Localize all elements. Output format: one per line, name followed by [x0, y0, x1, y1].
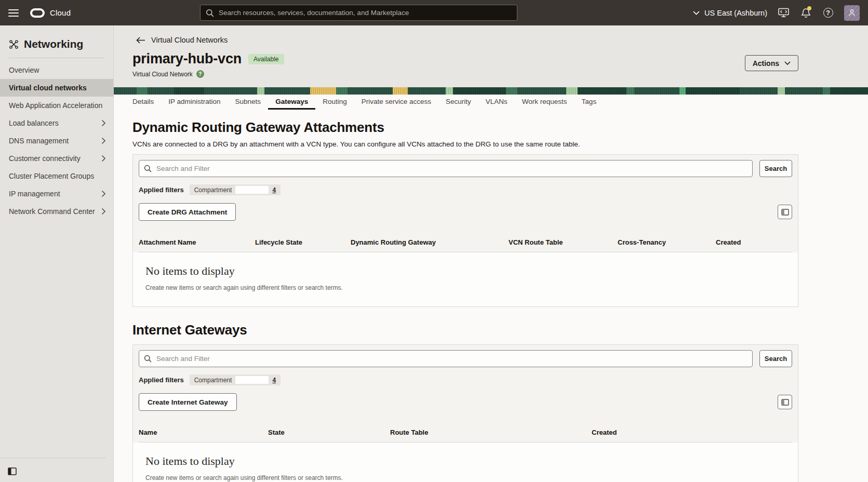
- sidebar-item-load-balancers[interactable]: Load balancers: [0, 114, 113, 132]
- back-link[interactable]: Virtual Cloud Networks: [136, 36, 798, 44]
- column-header-created[interactable]: Created: [592, 429, 792, 436]
- user-avatar[interactable]: [844, 5, 860, 21]
- search-filter-field: [139, 160, 753, 177]
- help-tooltip-icon[interactable]: ?: [196, 70, 204, 78]
- table-header-row: Attachment NameLifecycle StateDynamic Ro…: [139, 234, 792, 252]
- divider: [9, 58, 104, 58]
- sidebar-item-label: IP management: [9, 190, 60, 198]
- empty-state-hint: Create new items or search again using d…: [145, 284, 785, 291]
- search-button[interactable]: Search: [759, 350, 792, 367]
- compartment-filter-chip[interactable]: Compartment 4: [190, 184, 281, 195]
- sidebar-item-network-command-center[interactable]: Network Command Center: [0, 203, 113, 220]
- chevron-right-icon: [101, 190, 106, 197]
- manage-columns-button[interactable]: [778, 205, 792, 219]
- sidebar-item-label: DNS management: [9, 137, 69, 145]
- empty-state: No items to display Create new items or …: [133, 252, 798, 306]
- applied-filters-label: Applied filters: [139, 376, 184, 384]
- sidebar-item-label: Cluster Placement Groups: [9, 172, 94, 180]
- compartment-filter-chip[interactable]: Compartment 4: [190, 374, 281, 385]
- tab-subnets[interactable]: Subnets: [228, 95, 269, 110]
- help-icon[interactable]: ?: [822, 7, 834, 19]
- sidebar-item-customer-connectivity[interactable]: Customer connectivity: [0, 150, 113, 167]
- section-description: VCNs are connected to a DRG by an attach…: [132, 140, 798, 148]
- section-title: Internet Gateways: [132, 322, 798, 338]
- tab-private-service-access[interactable]: Private service access: [354, 95, 438, 110]
- column-header-route-table[interactable]: Route Table: [390, 429, 592, 436]
- column-header-created[interactable]: Created: [716, 238, 792, 246]
- column-header-state[interactable]: State: [268, 429, 390, 436]
- search-filter-input[interactable]: [139, 160, 753, 177]
- tab-work-requests[interactable]: Work requests: [515, 95, 575, 110]
- back-arrow-icon: [136, 37, 145, 44]
- brand-name: Cloud: [50, 8, 71, 17]
- topbar: Cloud US East (Ashburn) ?: [0, 0, 868, 25]
- tab-security[interactable]: Security: [438, 95, 478, 110]
- filter-chip-value-suffix[interactable]: 4: [272, 186, 276, 194]
- create-internet-gateway-button[interactable]: Create Internet Gateway: [139, 393, 237, 411]
- page-title: primary-hub-vcn: [132, 51, 242, 67]
- empty-state: No items to display Create new items or …: [133, 443, 798, 482]
- region-selector[interactable]: US East (Ashburn): [693, 9, 767, 17]
- tab-vlans[interactable]: VLANs: [478, 95, 515, 110]
- search-filter-field: [139, 350, 753, 367]
- tab-routing[interactable]: Routing: [315, 95, 354, 110]
- column-header-cross-tenancy[interactable]: Cross-Tenancy: [618, 238, 716, 246]
- chevron-right-icon: [101, 155, 106, 162]
- section-drg-attachments: Dynamic Routing Gateway Attachments VCNs…: [132, 119, 798, 307]
- hamburger-menu-icon[interactable]: [8, 9, 19, 17]
- sidebar-item-web-application-acceleration[interactable]: Web Application Acceleration: [0, 97, 113, 114]
- sidebar-item-dns-management[interactable]: DNS management: [0, 132, 113, 150]
- actions-button[interactable]: Actions: [745, 55, 798, 71]
- chevron-right-icon: [101, 119, 106, 127]
- sidebar-item-cluster-placement-groups[interactable]: Cluster Placement Groups: [0, 167, 113, 185]
- table-columns-icon: [781, 399, 789, 406]
- global-search[interactable]: [200, 5, 517, 21]
- person-icon: [848, 9, 856, 17]
- column-header-lifecycle-state[interactable]: Lifecycle State: [255, 238, 351, 246]
- sidebar-item-label: Network Command Center: [9, 207, 95, 216]
- tab-details[interactable]: Details: [125, 95, 161, 110]
- region-label: US East (Ashburn): [704, 9, 767, 17]
- search-filter-input[interactable]: [139, 350, 753, 367]
- chevron-down-icon: [693, 11, 700, 15]
- search-icon: [206, 9, 214, 17]
- oracle-logo-icon: [30, 8, 45, 18]
- sidebar-item-label: Load balancers: [9, 119, 59, 127]
- column-header-attachment-name[interactable]: Attachment Name: [139, 238, 255, 246]
- applied-filters-label: Applied filters: [139, 186, 184, 194]
- sidebar-item-label: Customer connectivity: [9, 154, 81, 163]
- sidebar-item-label: Overview: [9, 66, 39, 74]
- empty-state-title: No items to display: [145, 454, 785, 468]
- tab-ip-administration[interactable]: IP administration: [161, 95, 228, 110]
- sidebar-item-overview[interactable]: Overview: [0, 61, 113, 79]
- sidebar-item-ip-management[interactable]: IP management: [0, 185, 113, 203]
- sidebar-item-label: Virtual cloud networks: [9, 84, 87, 92]
- create-drg-attachment-button[interactable]: Create DRG Attachment: [139, 203, 236, 221]
- notifications-bell-icon[interactable]: [799, 7, 812, 19]
- sidebar-item-virtual-cloud-networks[interactable]: Virtual cloud networks: [0, 79, 113, 97]
- table-columns-icon: [781, 209, 789, 216]
- collapse-sidebar-icon[interactable]: [8, 467, 17, 475]
- filter-chip-name: Compartment: [194, 377, 232, 384]
- tab-tags[interactable]: Tags: [575, 95, 604, 110]
- main-content: Dynamic Routing Gateway Attachments VCNs…: [114, 110, 868, 482]
- chevron-down-icon: [784, 61, 791, 65]
- column-header-name[interactable]: Name: [139, 429, 268, 436]
- filter-chip-value-suffix[interactable]: 4: [272, 377, 276, 384]
- empty-state-title: No items to display: [145, 264, 785, 278]
- empty-state-hint: Create new items or search again using d…: [145, 474, 785, 481]
- oracle-cloud-logo[interactable]: Cloud: [30, 8, 71, 18]
- tab-gateways[interactable]: Gateways: [268, 95, 315, 110]
- actions-button-label: Actions: [753, 59, 779, 68]
- cloud-shell-icon[interactable]: [777, 7, 790, 19]
- search-button[interactable]: Search: [759, 160, 792, 177]
- column-header-dynamic-routing-gateway[interactable]: Dynamic Routing Gateway: [351, 238, 509, 246]
- filter-chip-name: Compartment: [194, 186, 232, 194]
- table-header-row: NameStateRoute TableCreated: [139, 424, 792, 443]
- sidebar-nav-list: OverviewVirtual cloud networksWeb Applic…: [0, 61, 113, 220]
- sidebar: Networking OverviewVirtual cloud network…: [0, 25, 114, 482]
- column-header-vcn-route-table[interactable]: VCN Route Table: [509, 238, 618, 246]
- networking-icon: [9, 39, 19, 49]
- manage-columns-button[interactable]: [778, 395, 792, 409]
- global-search-input[interactable]: [219, 9, 512, 17]
